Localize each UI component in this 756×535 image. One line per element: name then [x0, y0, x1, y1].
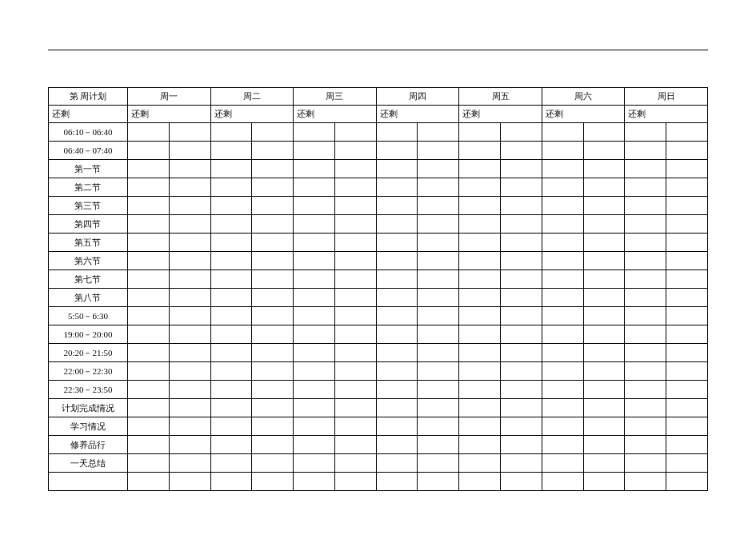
table-row: 第七节: [49, 270, 708, 289]
cell: [501, 234, 542, 252]
cell: [625, 454, 666, 473]
table-row: 学习情况: [49, 417, 708, 436]
cell: [501, 289, 542, 307]
cell: [666, 234, 708, 252]
table-row: 第二节: [49, 178, 708, 197]
cell: [376, 381, 418, 399]
cell: [376, 234, 418, 252]
cell: [459, 307, 501, 325]
plan-label-cell: 第 周计划: [49, 88, 128, 106]
row-label: 第二节: [49, 178, 128, 197]
cell: [666, 215, 708, 234]
cell: [666, 197, 708, 215]
cell: [294, 197, 335, 215]
cell: [459, 381, 501, 399]
cell: [418, 362, 459, 381]
cell: [418, 344, 459, 362]
cell: [127, 178, 169, 197]
cell: [542, 142, 583, 160]
cell: [127, 436, 169, 454]
cell: [583, 234, 625, 252]
cell: [252, 123, 294, 142]
remain-cell: 还剩: [542, 106, 625, 123]
cell: [334, 399, 376, 417]
cell: [666, 325, 708, 344]
cell: [210, 473, 252, 491]
cell: [542, 344, 583, 362]
cell: [542, 436, 583, 454]
cell: [583, 178, 625, 197]
table-row: 第五节: [49, 234, 708, 252]
cell: [169, 399, 210, 417]
cell: [501, 436, 542, 454]
row-label: 第七节: [49, 270, 128, 289]
cell: [583, 160, 625, 178]
cell: [294, 381, 335, 399]
cell: [210, 344, 252, 362]
cell: [334, 160, 376, 178]
cell: [625, 289, 666, 307]
cell: [625, 381, 666, 399]
row-label: 第三节: [49, 197, 128, 215]
table-row: 计划完成情况: [49, 399, 708, 417]
cell: [294, 234, 335, 252]
cell: [334, 362, 376, 381]
cell: [169, 325, 210, 344]
cell: [625, 123, 666, 142]
cell: [583, 436, 625, 454]
cell: [418, 417, 459, 436]
cell: [127, 362, 169, 381]
cell: [501, 178, 542, 197]
cell: [459, 325, 501, 344]
cell: [418, 123, 459, 142]
cell: [294, 454, 335, 473]
cell: [294, 325, 335, 344]
cell: [418, 454, 459, 473]
cell: [169, 417, 210, 436]
cell: [459, 252, 501, 270]
cell: [583, 344, 625, 362]
cell: [542, 197, 583, 215]
cell: [459, 289, 501, 307]
cell: [376, 178, 418, 197]
cell: [334, 436, 376, 454]
cell: [501, 381, 542, 399]
remain-cell: 还剩: [459, 106, 542, 123]
cell: [542, 234, 583, 252]
cell: [210, 399, 252, 417]
cell: [542, 215, 583, 234]
cell: [127, 252, 169, 270]
cell: [334, 307, 376, 325]
cell: [334, 289, 376, 307]
table-row: 06:10－06:40: [49, 123, 708, 142]
cell: [625, 252, 666, 270]
cell: [210, 160, 252, 178]
table-row: 22:00－22:30: [49, 362, 708, 381]
cell: [542, 454, 583, 473]
cell: [583, 142, 625, 160]
cell: [376, 344, 418, 362]
day-header-mon: 周一: [127, 88, 210, 106]
day-header-fri: 周五: [459, 88, 542, 106]
cell: [583, 270, 625, 289]
cell: [625, 142, 666, 160]
cell: [210, 197, 252, 215]
cell: [210, 436, 252, 454]
cell: [583, 307, 625, 325]
cell: [459, 234, 501, 252]
cell: [666, 399, 708, 417]
cell: [625, 234, 666, 252]
cell: [666, 289, 708, 307]
cell: [252, 436, 294, 454]
remain-row: 还剩 还剩 还剩 还剩 还剩 还剩 还剩 还剩: [49, 106, 708, 123]
cell: [252, 399, 294, 417]
cell: [459, 399, 501, 417]
cell: [127, 454, 169, 473]
cell: [169, 436, 210, 454]
cell: [127, 215, 169, 234]
row-label: 第八节: [49, 289, 128, 307]
cell: [666, 473, 708, 491]
table-row: 06:40－07:40: [49, 142, 708, 160]
cell: [501, 454, 542, 473]
cell: [418, 197, 459, 215]
